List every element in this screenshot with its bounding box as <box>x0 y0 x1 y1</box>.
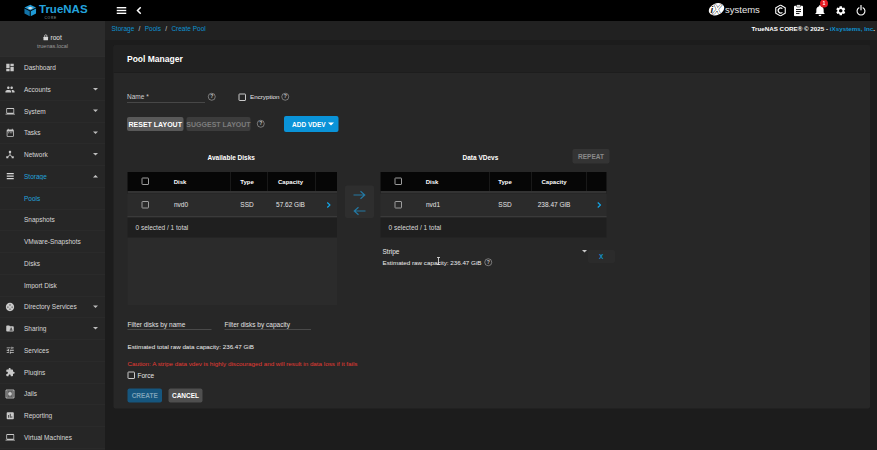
svg-text:systems: systems <box>725 4 760 15</box>
svg-text:X: X <box>712 3 722 17</box>
